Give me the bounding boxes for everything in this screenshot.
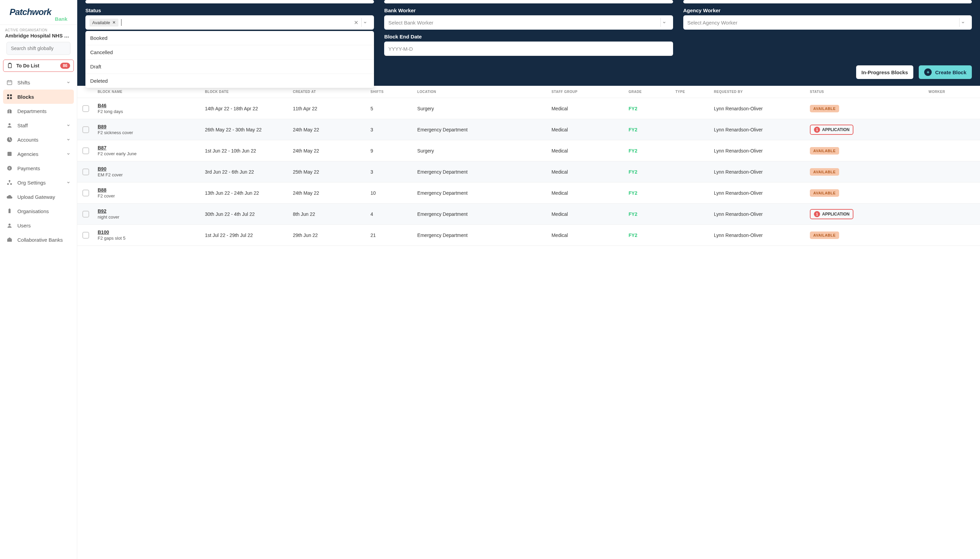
status-option-cancelled[interactable]: Cancelled	[86, 45, 374, 60]
nav-icon	[7, 222, 13, 228]
sidebar-item-staff[interactable]: Staff	[3, 118, 74, 132]
block-id-link[interactable]: B88	[98, 187, 198, 193]
filter-box-cropped[interactable]	[384, 0, 673, 3]
row-checkbox[interactable]	[82, 211, 89, 218]
cell-type	[672, 225, 711, 246]
status-select[interactable]: Available ✕ ✕ BookedCancelledDraftDelete…	[86, 15, 374, 30]
cell-shifts: 4	[367, 203, 414, 225]
cell-worker	[925, 119, 980, 140]
sidebar-item-upload-gateway[interactable]: Upload Gateway	[3, 190, 74, 204]
col-location[interactable]: LOCATION	[414, 86, 548, 98]
row-checkbox[interactable]	[82, 169, 89, 175]
block-subtitle: F2 gaps slot 5	[98, 236, 198, 241]
row-checkbox[interactable]	[82, 190, 89, 197]
separator	[959, 18, 960, 27]
col-status[interactable]: STATUS	[807, 86, 925, 98]
chevron-down-icon[interactable]	[662, 20, 670, 25]
cell-location: Emergency Department	[414, 161, 548, 182]
search-shift-input[interactable]	[7, 42, 71, 55]
nav-icon	[7, 108, 13, 114]
create-block-button[interactable]: + Create Block	[919, 65, 972, 79]
row-checkbox[interactable]	[82, 105, 89, 112]
status-dropdown: BookedCancelledDraftDeleted	[86, 31, 374, 88]
table-row[interactable]: B88F2 cover13th Jun 22 - 24th Jun 2224th…	[77, 182, 980, 203]
chevron-down-icon[interactable]	[961, 20, 969, 25]
bank-worker-label: Bank Worker	[384, 8, 673, 13]
cell-block-date: 1st Jun 22 - 10th Jun 22	[201, 140, 289, 161]
cell-shifts: 3	[367, 119, 414, 140]
col-requested-by[interactable]: REQUESTED BY	[711, 86, 807, 98]
sidebar-item-org-settings[interactable]: Org Settings	[3, 175, 74, 190]
sidebar-item-accounts[interactable]: Accounts	[3, 132, 74, 147]
status-badge-application[interactable]: 1APPLICATION	[810, 125, 853, 135]
sidebar-item-label: Users	[17, 223, 31, 228]
sidebar-item-blocks[interactable]: Blocks	[3, 89, 74, 104]
block-subtitle: night cover	[98, 215, 198, 220]
block-subtitle: F2 cover early June	[98, 151, 198, 156]
bank-worker-select[interactable]: Select Bank Worker	[384, 15, 673, 30]
table-row[interactable]: B100F2 gaps slot 51st Jul 22 - 29th Jul …	[77, 225, 980, 246]
sidebar-item-label: Org Settings	[17, 180, 46, 185]
status-badge-application[interactable]: 1APPLICATION	[810, 209, 853, 219]
svg-text:£: £	[9, 167, 10, 170]
filters-area: Status Available ✕ ✕ BookedCanc	[77, 0, 980, 63]
sidebar-item-shifts[interactable]: Shifts	[3, 75, 74, 89]
block-id-link[interactable]: B92	[98, 208, 198, 214]
status-option-draft[interactable]: Draft	[86, 60, 374, 74]
row-checkbox[interactable]	[82, 147, 89, 154]
block-end-date-input[interactable]: YYYY-M-D	[384, 41, 673, 56]
filter-box-cropped[interactable]	[683, 0, 972, 3]
todo-list-item[interactable]: To Do List 86	[3, 60, 74, 72]
remove-tag-icon[interactable]: ✕	[112, 20, 116, 25]
create-block-label: Create Block	[935, 69, 967, 75]
in-progress-blocks-button[interactable]: In-Progress Blocks	[856, 65, 914, 79]
cell-grade: FY2	[625, 140, 672, 161]
col-shifts[interactable]: SHIFTS	[367, 86, 414, 98]
status-option-deleted[interactable]: Deleted	[86, 74, 374, 88]
nav-icon	[7, 151, 13, 157]
table-row[interactable]: B90EM F2 cover3rd Jun 22 - 6th Jun 2225t…	[77, 161, 980, 182]
cell-worker	[925, 98, 980, 119]
table-row[interactable]: B87F2 cover early June1st Jun 22 - 10th …	[77, 140, 980, 161]
block-id-link[interactable]: B90	[98, 166, 198, 172]
cell-staff-group: Medical	[548, 225, 625, 246]
sidebar-item-organisations[interactable]: Organisations	[3, 204, 74, 218]
filter-box-cropped[interactable]	[86, 0, 374, 3]
svg-rect-20	[7, 239, 12, 242]
col-type[interactable]: TYPE	[672, 86, 711, 98]
block-id-link[interactable]: B100	[98, 230, 198, 235]
col-worker[interactable]: WORKER	[925, 86, 980, 98]
clear-select-icon[interactable]: ✕	[352, 20, 360, 26]
status-tag-available[interactable]: Available ✕	[89, 19, 119, 26]
nav-icon	[7, 179, 13, 185]
row-checkbox[interactable]	[82, 126, 89, 133]
block-id-link[interactable]: B46	[98, 103, 198, 108]
org-name[interactable]: Ambridge Hospital NHS Foun...	[3, 32, 74, 42]
block-subtitle: F2 cover	[98, 194, 198, 198]
sidebar-item-payments[interactable]: £Payments	[3, 161, 74, 175]
sidebar-item-agencies[interactable]: Agencies	[3, 147, 74, 161]
cell-requested-by: Lynn Renardson-Oliver	[711, 182, 807, 203]
todo-label: To Do List	[16, 63, 39, 68]
status-badge-available: AVAILABLE	[810, 147, 839, 155]
status-badge-available: AVAILABLE	[810, 189, 839, 197]
col-staff-group[interactable]: STAFF GROUP	[548, 86, 625, 98]
table-row[interactable]: B89F2 sickness cover26th May 22 - 30th M…	[77, 119, 980, 140]
cell-block-date: 1st Jul 22 - 29th Jul 22	[201, 225, 289, 246]
block-id-link[interactable]: B89	[98, 124, 198, 129]
agency-worker-select[interactable]: Select Agency Worker	[683, 15, 972, 30]
sidebar-item-departments[interactable]: Departments	[3, 104, 74, 118]
table-row[interactable]: B92night cover30th Jun 22 - 4th Jul 228t…	[77, 203, 980, 225]
block-id-link[interactable]: B87	[98, 145, 198, 150]
status-option-booked[interactable]: Booked	[86, 31, 374, 45]
cell-created-at: 24th May 22	[290, 119, 367, 140]
cell-status: AVAILABLE	[807, 98, 925, 119]
row-checkbox[interactable]	[82, 232, 89, 239]
col-grade[interactable]: GRADE	[625, 86, 672, 98]
separator	[361, 18, 362, 27]
table-row[interactable]: B46F2 long days14th Apr 22 - 18th Apr 22…	[77, 98, 980, 119]
sidebar-item-collaborative-banks[interactable]: Collaborative Banks	[3, 233, 74, 247]
sidebar-item-users[interactable]: Users	[3, 218, 74, 233]
cell-worker	[925, 161, 980, 182]
chevron-down-icon[interactable]	[363, 20, 371, 25]
